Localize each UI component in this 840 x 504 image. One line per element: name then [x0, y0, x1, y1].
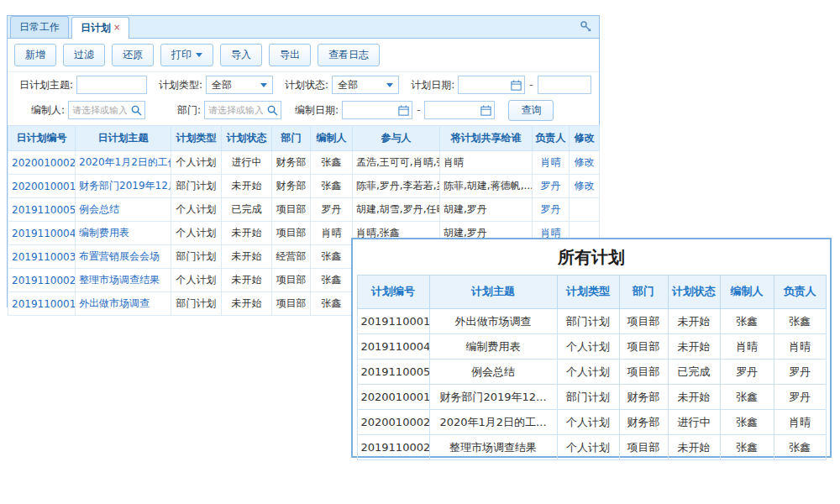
cell-owner: 肖晴	[774, 334, 826, 360]
type-select-value: 全部	[212, 78, 232, 92]
column-header[interactable]: 部门	[272, 126, 311, 151]
cell-subject[interactable]: 财务部门2019年12月的...	[76, 175, 171, 198]
cell-subject[interactable]: 外出做市场调查	[76, 292, 171, 316]
tab-daily-plan[interactable]: 日计划×	[71, 17, 129, 39]
cell-owner: 张鑫	[774, 309, 826, 334]
cell-type: 部门计划	[557, 385, 619, 410]
cell-status: 进行中	[668, 410, 720, 435]
cell-id[interactable]: 2019110005	[8, 198, 76, 222]
tab-label: 日常工作	[19, 21, 60, 33]
cell-shared: 肖晴	[440, 151, 533, 175]
cell-id[interactable]: 2020010002	[8, 151, 76, 175]
created-date-end-field[interactable]	[425, 102, 480, 118]
cell-type: 个人计划	[171, 151, 222, 175]
type-label: 计划类型:	[159, 78, 202, 92]
table-header-row: 日计划编号日计划主题计划类型计划状态部门编制人参与人将计划共享给谁负责人修改	[8, 126, 600, 151]
cell-creator: 张鑫	[311, 175, 353, 198]
cell-subject[interactable]: 编制费用表	[76, 222, 171, 245]
column-header: 负责人	[774, 276, 826, 309]
subject-input[interactable]	[76, 76, 147, 94]
cell-type: 个人计划	[557, 334, 619, 360]
cell-owner: 罗丹	[774, 360, 826, 385]
cell-id[interactable]: 2019110003	[8, 245, 76, 269]
cell-id[interactable]: 2019110002	[8, 269, 76, 292]
created-date-start-field[interactable]	[343, 102, 397, 118]
cell-creator: 肖晴	[720, 334, 774, 360]
cell-creator: 张鑫	[311, 151, 353, 175]
type-select[interactable]: 全部	[206, 76, 273, 94]
calendar-icon[interactable]	[397, 104, 410, 117]
table-row: 20200100022020年1月2日的工作日...个人计划进行中财务部张鑫孟浩…	[8, 151, 600, 175]
tab-daily-work[interactable]: 日常工作	[10, 16, 69, 38]
search-icon[interactable]	[266, 104, 279, 117]
cell-subject[interactable]: 布置营销展会会场	[76, 245, 171, 269]
cell-id[interactable]: 2020010001	[8, 175, 76, 198]
column-header[interactable]: 日计划编号	[8, 126, 76, 151]
creator-input-field[interactable]	[69, 102, 130, 118]
view-log-button[interactable]: 查看日志	[318, 44, 380, 66]
cell-creator: 罗丹	[311, 198, 353, 222]
column-header[interactable]: 计划类型	[171, 126, 222, 151]
caret-down-icon	[386, 83, 393, 87]
column-header: 计划类型	[557, 276, 619, 309]
cell-dept: 财务部	[619, 385, 668, 410]
table-row: 2019110004编制费用表个人计划项目部未开始肖晴肖晴	[357, 334, 826, 360]
key-icon[interactable]	[580, 20, 593, 34]
cell-edit[interactable]: 修改	[570, 175, 600, 198]
cell-id[interactable]: 2019110004	[8, 222, 76, 245]
cell-creator: 张鑫	[720, 309, 774, 334]
cell-subject[interactable]: 2020年1月2日的工作日...	[76, 151, 171, 175]
subject-input-field[interactable]	[77, 76, 146, 93]
search-icon[interactable]	[130, 104, 143, 117]
export-button[interactable]: 导出	[269, 44, 311, 66]
cell-owner[interactable]: 罗丹	[533, 175, 570, 198]
created-date-end-input[interactable]	[424, 101, 495, 119]
restore-button[interactable]: 还原	[112, 44, 154, 66]
calendar-icon[interactable]	[480, 104, 492, 117]
column-header[interactable]: 日计划主题	[76, 126, 171, 151]
dept-input-field[interactable]	[205, 102, 266, 118]
column-header[interactable]: 计划状态	[222, 126, 272, 151]
cell-edit[interactable]: 修改	[570, 151, 600, 175]
calendar-icon[interactable]	[510, 79, 522, 92]
cell-type: 个人计划	[557, 435, 619, 460]
cell-owner[interactable]: 肖晴	[533, 151, 570, 175]
status-select[interactable]: 全部	[332, 76, 399, 94]
cell-subject[interactable]: 整理市场调查结果	[76, 269, 171, 292]
cell-creator: 张鑫	[311, 292, 353, 316]
column-header[interactable]: 编制人	[311, 126, 353, 151]
close-icon[interactable]: ×	[113, 23, 120, 32]
plan-date-start-field[interactable]	[459, 76, 510, 93]
cell-id[interactable]: 2019110001	[8, 292, 76, 316]
plan-date-end-input[interactable]	[538, 76, 591, 94]
column-header: 部门	[619, 276, 668, 309]
date-range-separator: -	[529, 79, 533, 91]
created-date-start-input[interactable]	[342, 101, 412, 119]
cell-status: 已完成	[668, 360, 720, 385]
print-button[interactable]: 打印	[160, 44, 213, 66]
cell-owner: 张鑫	[774, 435, 826, 460]
cell-type: 个人计划	[171, 269, 222, 292]
cell-owner[interactable]: 罗丹	[533, 198, 570, 222]
plan-date-end-field[interactable]	[538, 76, 591, 93]
table-row: 2020010001财务部门2019年12月的...部门计划未开始财务部张鑫陈菲…	[8, 175, 600, 198]
column-header[interactable]: 将计划共享给谁	[440, 126, 533, 151]
dept-input[interactable]	[204, 101, 281, 119]
table-row: 2019110005例会总结个人计划已完成项目部罗丹胡建,胡雪,罗丹,任晓...…	[8, 198, 600, 222]
cell-subject[interactable]: 例会总结	[76, 198, 171, 222]
cell-status: 未开始	[668, 435, 720, 460]
column-header[interactable]: 负责人	[533, 126, 570, 151]
cell-status: 未开始	[222, 175, 272, 198]
column-header[interactable]: 修改	[570, 126, 600, 151]
cell-creator: 罗丹	[720, 360, 774, 385]
all-plans-panel: 所有计划 计划编号计划主题计划类型部门计划状态编制人负责人 2019110001…	[351, 238, 832, 458]
import-button[interactable]: 导入	[220, 44, 262, 66]
filter-button[interactable]: 过滤	[63, 44, 105, 66]
add-button[interactable]: 新增	[14, 44, 56, 66]
cell-dept: 财务部	[272, 151, 311, 175]
filter-form: 日计划主题: 计划类型: 全部 计划状态: 全部 计划日期:	[8, 72, 599, 123]
creator-input[interactable]	[68, 101, 145, 119]
column-header[interactable]: 参与人	[353, 126, 440, 151]
plan-date-start-input[interactable]	[458, 76, 525, 94]
search-button[interactable]: 查询	[508, 100, 554, 121]
